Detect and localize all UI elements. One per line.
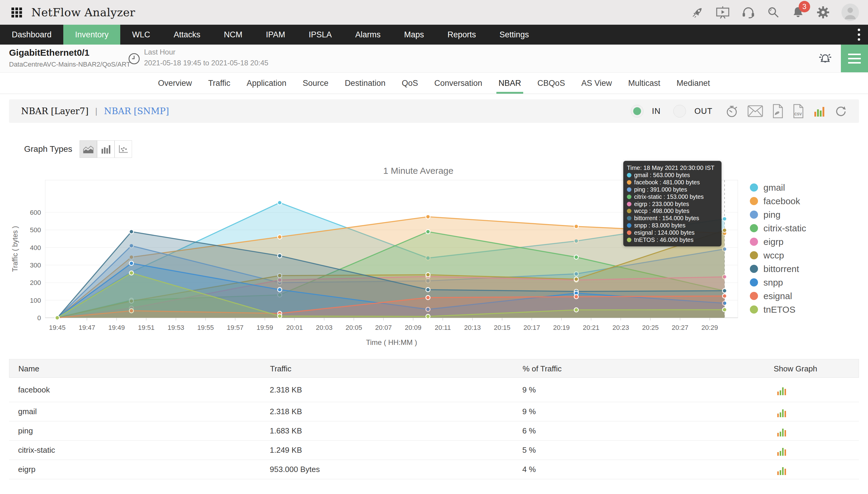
svg-text:20:03: 20:03 [316,324,332,331]
svg-text:20:01: 20:01 [286,324,303,331]
out-radio[interactable] [673,105,686,117]
legend-item-ping[interactable]: ping [750,208,806,222]
tooltip-text: eigrp : 233.000 bytes [634,201,689,208]
in-radio-label[interactable]: IN [652,107,661,116]
legend-item-wccp[interactable]: wccp [750,248,806,262]
tab-conversation[interactable]: Conversation [426,73,491,94]
show-graph-icon[interactable] [776,378,787,402]
tab-source[interactable]: Source [294,73,337,94]
cell-traffic: 1.683 KB [270,421,302,440]
tooltip-text: facebook : 481.000 bytes [634,179,700,186]
svg-text:20:15: 20:15 [494,324,510,331]
tooltip-text: wccp : 498.000 bytes [634,208,689,214]
nav-item-attacks[interactable]: Attacks [162,25,212,44]
nbar-layer7-toggle[interactable]: NBAR [Layer7] [21,106,89,116]
tab-nbar[interactable]: NBAR [491,73,529,94]
tab-qos[interactable]: QoS [394,73,426,94]
tab-multicast[interactable]: Multicast [620,73,668,94]
legend-item-esignal[interactable]: esignal [750,289,806,303]
svg-text:19:57: 19:57 [227,324,243,331]
legend-dot-snpp [750,278,758,286]
series-area-eigrp [57,277,724,318]
nav-item-wlc[interactable]: WLC [120,25,162,44]
legend-item-facebook[interactable]: facebook [750,194,806,208]
svg-text:19:49: 19:49 [108,324,125,331]
nav-item-ipam[interactable]: IPAM [254,25,297,44]
notifications-icon[interactable]: 3 [791,6,805,19]
tooltip-time: Time: 18 May 2021 20:30:00 IST [627,164,718,172]
tooltip-row-facebook: facebook : 481.000 bytes [627,179,718,186]
svg-text:20:09: 20:09 [405,324,421,331]
tab-overview[interactable]: Overview [150,73,200,94]
legend-item-tnETOS[interactable]: tnETOS [750,303,806,316]
svg-text:20:21: 20:21 [583,324,599,331]
tooltip-dot [627,230,631,235]
clock-icon [128,52,141,66]
schedule-report-icon[interactable] [725,104,739,118]
svg-text:400: 400 [30,244,41,251]
svg-text:20:27: 20:27 [672,324,688,331]
app-launcher-grid-icon[interactable] [11,6,23,18]
cell-name: eigrp [18,460,36,479]
legend-item-citrix-static[interactable]: citrix-static [750,222,806,235]
tab-as-view[interactable]: AS View [573,73,620,94]
tab-application[interactable]: Application [238,73,294,94]
legend-dot-facebook [750,197,758,205]
nav-items: DashboardInventoryWLCAttacksNCMIPAMIPSLA… [0,25,541,44]
series-area-snpp [57,263,724,318]
nav-item-settings[interactable]: Settings [488,25,541,44]
presentation-icon[interactable] [716,6,730,19]
show-graph-icon[interactable] [776,402,787,421]
time-period-label[interactable]: Last Hour [144,48,176,56]
rocket-icon[interactable] [691,6,704,19]
avatar[interactable] [842,4,859,21]
email-report-icon[interactable] [747,105,763,117]
nav-item-alarms[interactable]: Alarms [344,25,392,44]
nav-item-inventory[interactable]: Inventory [63,25,120,44]
nbar-snmp-link[interactable]: NBAR [SNMP] [104,106,169,116]
cell-name: gmail [18,402,37,421]
nav-item-maps[interactable]: Maps [392,25,436,44]
refresh-icon[interactable] [834,105,847,117]
interface-alerts-bell-icon[interactable] [817,51,833,67]
app-title: NetFlow Analyzer [31,6,135,19]
toolbar-separator: | [95,106,97,116]
show-graph-icon[interactable] [776,460,787,479]
tab-medianet[interactable]: Medianet [668,73,718,94]
tab-traffic[interactable]: Traffic [200,73,239,94]
nav-item-reports[interactable]: Reports [436,25,488,44]
legend-label: tnETOS [763,305,795,315]
export-pdf-icon[interactable] [772,104,783,118]
nav-item-dashboard[interactable]: Dashboard [0,25,63,44]
nav-item-ncm[interactable]: NCM [212,25,254,44]
side-menu-button[interactable] [841,44,868,72]
graph-type-scatter-button[interactable] [114,140,132,158]
graph-type-bar-button[interactable] [97,140,114,158]
tab-cbqos[interactable]: CBQoS [529,73,573,94]
search-icon[interactable] [767,6,780,19]
tooltip-row-citrix-static: citrix-static : 153.000 bytes [627,193,718,200]
show-graph-icon[interactable] [776,421,787,440]
export-csv-icon[interactable]: CSV [792,104,804,118]
show-graph-icon[interactable] [776,441,787,460]
in-radio[interactable] [631,105,644,117]
legend-item-gmail[interactable]: gmail [750,181,806,194]
legend-item-snpp[interactable]: snpp [750,276,806,289]
legend-label: bittorrent [763,264,799,274]
nav-item-ipsla[interactable]: IPSLA [297,25,344,44]
legend-item-bittorrent[interactable]: bittorrent [750,262,806,276]
graph-type-area-button[interactable] [79,140,97,158]
headset-icon[interactable] [741,6,755,19]
cell-name: ping [18,421,33,440]
tab-destination[interactable]: Destination [337,73,394,94]
svg-text:19:51: 19:51 [138,324,154,331]
chart-report-icon[interactable] [813,104,826,118]
tooltip-dot [627,223,631,228]
out-radio-label[interactable]: OUT [695,107,713,116]
legend-item-eigrp[interactable]: eigrp [750,235,806,248]
cell-name: citrix-static [18,441,55,460]
netflow-analyzer-app: NetFlow Analyzer [0,0,868,494]
settings-gear-icon[interactable] [816,5,830,19]
nav-overflow-kebab-icon[interactable] [858,25,860,44]
cell-percent: 9 % [522,402,536,421]
